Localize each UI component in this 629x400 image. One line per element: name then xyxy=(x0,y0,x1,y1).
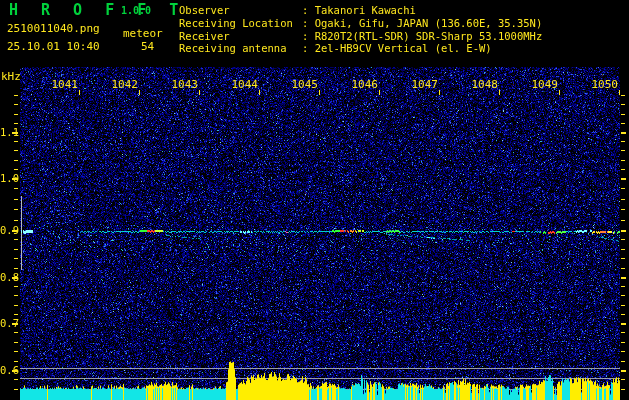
info-row: Receiving Location: Ogaki, Gifu, JAPAN (… xyxy=(179,17,542,30)
info-value: 2el-HB9CV Vertical (el. E-W) xyxy=(315,42,492,55)
station-info: Observer: Takanori KawachiReceiving Loca… xyxy=(179,4,542,55)
info-row: Receiver: R820T2(RTL-SDR) SDR-Sharp 53.1… xyxy=(179,30,542,43)
spectrogram-canvas xyxy=(0,0,629,400)
mode-label: meteor xyxy=(123,28,163,39)
app-title: H R O F F T xyxy=(9,3,185,18)
time-tick-label: 1044 xyxy=(228,79,258,90)
time-tick-label: 1041 xyxy=(48,79,78,90)
freq-tick-label: 0.7 xyxy=(0,318,12,329)
info-colon: : xyxy=(302,30,315,43)
info-value: Ogaki, Gifu, JAPAN (136.60E, 35.35N) xyxy=(315,17,543,30)
info-label: Observer xyxy=(179,4,302,17)
freq-tick-label: 0.9 xyxy=(0,225,12,236)
time-tick-label: 1049 xyxy=(528,79,558,90)
freq-tick-label: 1.0 xyxy=(0,173,12,184)
observation-datetime: 25.10.01 10:40 xyxy=(7,41,100,52)
hrofft-window: H R O F F T 1.0.0 2510011040.png meteor … xyxy=(0,0,629,400)
info-value: R820T2(RTL-SDR) SDR-Sharp 53.1000MHz xyxy=(315,30,543,43)
time-tick-label: 1048 xyxy=(468,79,498,90)
time-tick-label: 1046 xyxy=(348,79,378,90)
info-row: Observer: Takanori Kawachi xyxy=(179,4,542,17)
info-label: Receiver xyxy=(179,30,302,43)
freq-tick-label: 0.8 xyxy=(0,272,12,283)
meteor-count: 54 xyxy=(141,41,154,52)
info-colon: : xyxy=(302,42,315,55)
info-row: Receiving antenna: 2el-HB9CV Vertical (e… xyxy=(179,42,542,55)
freq-axis-unit: kHz xyxy=(1,71,21,82)
time-tick-label: 1047 xyxy=(408,79,438,90)
info-label: Receiving antenna xyxy=(179,42,302,55)
info-colon: : xyxy=(302,4,315,17)
time-tick-label: 1045 xyxy=(288,79,318,90)
freq-tick-label: 1.1 xyxy=(0,127,12,138)
info-colon: : xyxy=(302,17,315,30)
info-label: Receiving Location xyxy=(179,17,302,30)
time-tick-label: 1050 xyxy=(588,79,618,90)
time-tick-label: 1042 xyxy=(108,79,138,90)
output-filename: 2510011040.png xyxy=(7,23,100,34)
app-version: 1.0.0 xyxy=(121,6,151,16)
time-tick-label: 1043 xyxy=(168,79,198,90)
freq-tick-label: 0.6 xyxy=(0,365,12,376)
info-value: Takanori Kawachi xyxy=(315,4,416,17)
